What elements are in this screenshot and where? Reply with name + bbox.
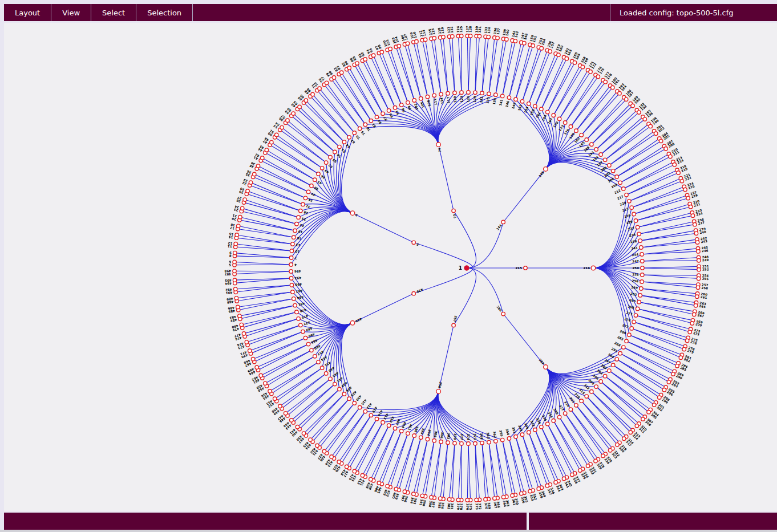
node-259[interactable] [640,287,643,290]
node-338[interactable] [570,473,574,476]
node-483[interactable] [238,314,241,318]
node-371[interactable] [474,441,477,445]
node-28[interactable] [299,209,302,213]
node-472[interactable] [299,323,302,327]
node-89[interactable] [355,62,359,65]
node-39[interactable] [256,164,260,168]
node-144[interactable] [501,220,505,224]
node-110[interactable] [415,39,418,43]
node-296[interactable] [662,388,666,392]
node-77[interactable] [325,81,328,84]
node-332[interactable] [586,464,589,468]
node-48[interactable] [270,140,273,144]
node-81[interactable] [369,119,373,122]
node-361[interactable] [511,494,514,497]
node-215[interactable] [524,266,527,270]
node-135[interactable] [487,92,491,95]
node-74[interactable] [436,143,441,147]
node-163[interactable] [565,57,568,60]
node-234[interactable] [691,214,694,217]
graph-canvas[interactable]: 5648971112101415131718162021192324222627… [4,23,777,511]
node-297[interactable] [612,363,615,367]
node-397[interactable] [403,490,406,493]
node-237[interactable] [693,222,697,226]
node-69[interactable] [311,92,314,96]
node-108[interactable] [426,95,429,99]
node-347[interactable] [545,484,549,487]
node-117[interactable] [446,92,450,95]
node-172[interactable] [589,70,592,74]
node-376[interactable] [466,498,469,502]
node-374[interactable] [467,442,470,445]
node-226[interactable] [632,212,636,216]
node-75[interactable] [358,127,361,130]
node-46[interactable] [317,172,320,176]
node-66[interactable] [304,99,307,102]
node-478[interactable] [295,310,298,314]
node-457[interactable] [313,355,317,358]
node-175[interactable] [596,75,600,78]
node-323[interactable] [608,449,612,452]
node-119[interactable] [442,35,445,39]
node-197[interactable] [603,158,606,161]
node-72[interactable] [318,87,321,90]
node-193[interactable] [637,111,641,114]
node-439[interactable] [338,387,341,391]
node-49[interactable] [320,166,323,170]
node-330[interactable] [557,415,561,419]
node-359[interactable] [500,438,504,441]
node-357[interactable] [452,323,455,327]
node-84[interactable] [375,115,378,119]
node-194[interactable] [599,153,602,156]
node-299[interactable] [658,396,661,399]
node-428[interactable] [412,291,415,295]
node-444[interactable] [290,419,293,422]
menu-item-select[interactable]: Select [91,4,136,21]
node-214[interactable] [673,163,676,166]
node-57[interactable] [286,119,289,122]
node-240[interactable] [694,232,698,235]
node-486[interactable] [236,305,240,308]
node-1[interactable] [464,266,469,270]
node-161[interactable] [540,107,543,111]
node-223[interactable] [630,206,633,209]
node-24[interactable] [240,206,244,210]
node-200[interactable] [608,164,611,167]
node-495[interactable] [233,278,236,282]
node-490[interactable] [290,283,293,287]
node-433[interactable] [347,397,351,400]
node-413[interactable] [381,420,385,424]
node-484[interactable] [292,297,296,300]
node-448[interactable] [324,372,327,375]
node-191[interactable] [594,148,598,151]
node-283[interactable] [625,339,628,343]
node-45[interactable] [265,148,268,152]
node-258[interactable] [696,286,699,289]
node-19[interactable] [293,229,297,232]
node-244[interactable] [640,253,644,256]
node-170[interactable] [557,117,561,120]
node-305[interactable] [647,411,650,414]
node-4[interactable] [289,263,293,266]
node-285[interactable] [675,364,679,368]
node-339[interactable] [540,425,543,429]
node-143[interactable] [513,39,517,43]
node-436[interactable] [342,392,346,396]
node-418[interactable] [345,465,348,468]
node-132[interactable] [480,91,484,95]
node-7[interactable] [289,256,293,259]
node-98[interactable] [380,50,383,54]
node-348[interactable] [520,433,524,436]
node-145[interactable] [544,167,548,172]
node-61[interactable] [338,145,341,148]
node-294[interactable] [615,358,618,361]
node-102[interactable] [412,99,416,102]
node-277[interactable] [630,327,633,330]
node-18[interactable] [237,224,240,228]
node-477[interactable] [242,332,245,335]
node-427[interactable] [322,449,326,453]
node-469[interactable] [301,330,305,333]
node-383[interactable] [446,441,450,444]
node-389[interactable] [432,439,436,442]
node-164[interactable] [545,110,549,113]
